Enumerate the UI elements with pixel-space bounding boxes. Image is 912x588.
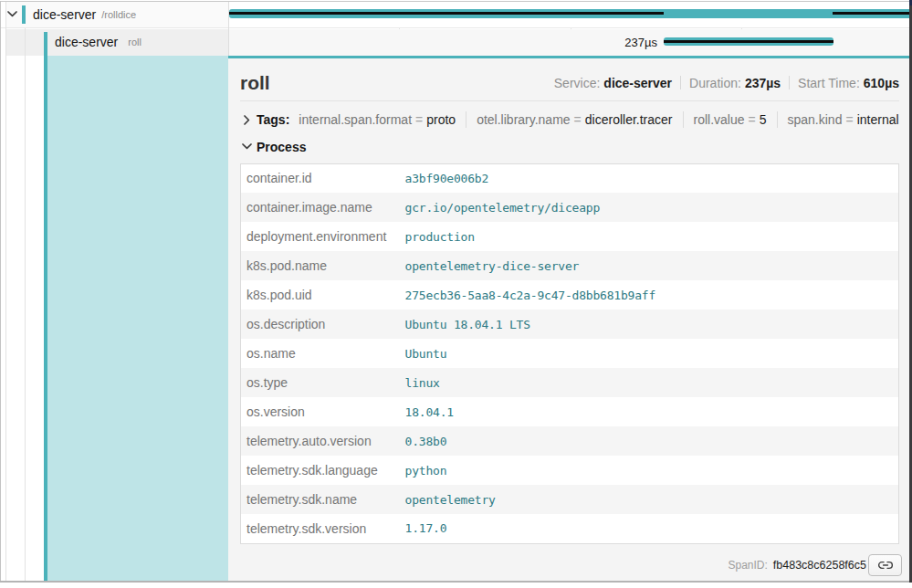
kv-value: production xyxy=(405,222,899,251)
frame-bottom-border xyxy=(0,581,910,583)
table-row: telemetry.sdk.version1.17.0 xyxy=(241,514,899,543)
overview-separator xyxy=(680,76,681,89)
tag-separator xyxy=(683,111,684,128)
kv-value: 275ecb36-5aa8-4c2a-9c47-d8bb681b9aff xyxy=(405,280,899,310)
frame-left-border xyxy=(0,1,1,583)
table-row: telemetry.auto.version0.38b0 xyxy=(241,426,899,456)
kv-value: Ubuntu xyxy=(405,339,899,368)
kv-value: linux xyxy=(405,368,899,397)
span-name-column-rolldice[interactable]: dice-server /rolldice xyxy=(5,2,228,27)
overview-label: Service: xyxy=(554,76,601,90)
span-detail-footer: SpanID: fb483c8c6258f6c5 xyxy=(240,554,899,576)
service-color-bar xyxy=(22,5,26,24)
kv-value: opentelemetry-dice-server xyxy=(405,251,899,280)
spanid-label: SpanID: xyxy=(728,559,767,572)
critical-path-segment xyxy=(664,40,833,43)
tags-section-label: Tags: xyxy=(257,112,289,127)
tag-key: roll.value xyxy=(694,112,745,127)
table-row: os.version18.04.1 xyxy=(241,397,899,426)
kv-value: 0.38b0 xyxy=(405,426,899,456)
operation-name: /rolldice xyxy=(101,9,136,20)
kv-value: 18.04.1 xyxy=(405,397,899,426)
kv-value: Ubuntu 18.04.1 LTS xyxy=(405,310,899,339)
span-detail-panel: roll Service: dice-server Duration: 237µ… xyxy=(228,56,912,582)
detail-row-color-tint xyxy=(47,56,228,582)
kv-key: k8s.pod.name xyxy=(241,251,405,280)
jaeger-trace-view: dice-server /rolldice dice-server roll 2… xyxy=(0,0,912,588)
kv-key: os.description xyxy=(241,310,405,339)
kv-value: gcr.io/opentelemetry/diceapp xyxy=(405,193,899,222)
spanid-value: fb483c8c6258f6c5 xyxy=(773,559,866,572)
table-row: k8s.pod.nameopentelemetry-dice-server xyxy=(241,251,899,280)
span-detail-header: roll Service: dice-server Duration: 237µ… xyxy=(240,58,899,101)
span-timeline-cell-roll[interactable]: 237µs xyxy=(229,29,912,56)
span-timeline-cell-rolldice[interactable] xyxy=(229,2,912,27)
table-row: deployment.environmentproduction xyxy=(241,222,899,251)
operation-name: roll xyxy=(128,37,142,47)
tag-separator xyxy=(466,111,466,128)
tags-expand-toggle[interactable] xyxy=(240,115,253,125)
kv-value: python xyxy=(405,456,899,485)
name-timeline-divider[interactable] xyxy=(228,2,229,56)
trace-span-rows: dice-server /rolldice dice-server roll 2… xyxy=(1,2,912,56)
kv-value: a3bf90e006b2 xyxy=(405,163,899,193)
span-name-column-roll[interactable]: dice-server roll xyxy=(5,29,228,56)
frame-top-border xyxy=(0,1,910,2)
overview-value: 237µs xyxy=(745,76,781,90)
span-duration-label: 237µs xyxy=(624,29,657,56)
table-row: os.descriptionUbuntu 18.04.1 LTS xyxy=(241,310,899,339)
chevron-right-icon xyxy=(244,115,250,125)
process-section-label: Process xyxy=(257,140,306,154)
kv-key: deployment.environment xyxy=(241,222,405,251)
tag-value: proto xyxy=(426,112,456,127)
tag-equals: = xyxy=(415,112,423,127)
kv-key: container.image.name xyxy=(241,193,405,222)
table-row: container.image.namegcr.io/opentelemetry… xyxy=(241,193,899,222)
link-icon xyxy=(878,558,893,572)
tree-indent-guide xyxy=(25,28,26,582)
collapse-children-button[interactable] xyxy=(6,8,17,21)
span-overview: Service: dice-server Duration: 237µs Sta… xyxy=(554,76,899,90)
tag-equals: = xyxy=(749,112,756,127)
overview-label: Start Time: xyxy=(798,76,860,90)
overview-label: Duration: xyxy=(689,76,741,90)
span-row-roll[interactable]: dice-server roll 237µs xyxy=(1,29,912,56)
tag-value: 5 xyxy=(760,112,767,127)
span-row-rolldice[interactable]: dice-server /rolldice xyxy=(1,2,912,28)
tag-key: internal.span.format xyxy=(299,112,412,127)
tag-equals: = xyxy=(574,112,582,127)
process-key-value-table: container.ida3bf90e006b2 container.image… xyxy=(240,163,899,544)
tag-separator xyxy=(777,111,778,128)
tree-indent-guide xyxy=(5,2,6,582)
table-row: container.ida3bf90e006b2 xyxy=(241,163,899,193)
copy-span-link-button[interactable] xyxy=(868,554,902,576)
overview-value: dice-server xyxy=(603,76,672,90)
table-row: os.typelinux xyxy=(241,368,899,397)
process-expand-toggle[interactable] xyxy=(240,143,253,150)
kv-key: k8s.pod.uid xyxy=(241,280,405,310)
kv-key: os.version xyxy=(241,397,405,426)
tag-key: otel.library.name xyxy=(477,112,570,127)
tag-value: diceroller.tracer xyxy=(585,112,673,127)
kv-key: telemetry.sdk.language xyxy=(241,456,405,485)
kv-key: container.id xyxy=(241,163,405,193)
service-name: dice-server xyxy=(33,7,96,22)
service-name: dice-server xyxy=(55,35,118,49)
tag-value: internal xyxy=(857,112,899,127)
kv-key: telemetry.sdk.version xyxy=(241,514,405,543)
overview-separator xyxy=(789,76,790,89)
table-row: k8s.pod.uid275ecb36-5aa8-4c2a-9c47-d8bb6… xyxy=(241,280,899,310)
table-row: os.nameUbuntu xyxy=(241,339,899,368)
overview-value: 610µs xyxy=(864,76,899,90)
kv-key: telemetry.sdk.name xyxy=(241,485,405,514)
tag-key: span.kind xyxy=(788,112,843,127)
critical-path-segment xyxy=(833,12,912,15)
tags-accordion[interactable]: Tags: internal.span.format = proto otel.… xyxy=(240,101,899,134)
kv-value: 1.17.0 xyxy=(405,514,899,543)
table-row: telemetry.sdk.languagepython xyxy=(241,456,899,485)
process-accordion[interactable]: Process xyxy=(240,134,899,158)
chevron-down-icon xyxy=(7,11,17,17)
kv-value: opentelemetry xyxy=(405,485,899,514)
chevron-down-icon xyxy=(242,143,252,150)
critical-path-segment xyxy=(229,12,664,15)
